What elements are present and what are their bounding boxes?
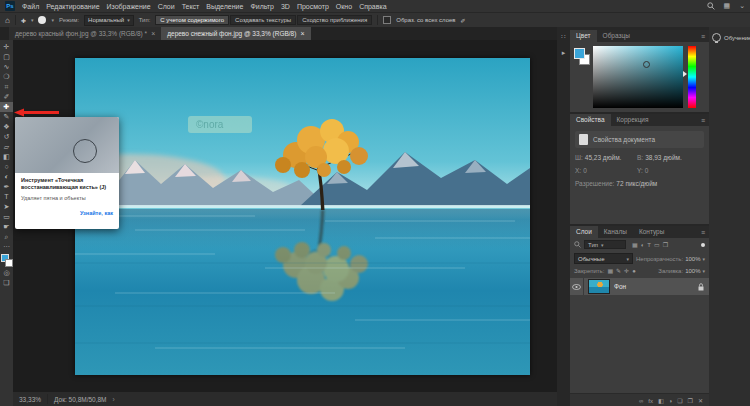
blur-tool[interactable]: ○ [0, 162, 13, 172]
quick-mask-icon[interactable]: ◎ [0, 268, 13, 278]
clone-stamp-tool[interactable]: ❖ [0, 122, 13, 132]
menu-item[interactable]: Просмотр [297, 3, 329, 10]
type-option-button[interactable]: С учетом содержимого [155, 15, 229, 25]
home-icon[interactable]: ⌂ [5, 16, 10, 25]
new-layer-icon[interactable]: ❐ [688, 398, 693, 404]
hue-slider[interactable] [688, 46, 696, 108]
menu-item[interactable]: Текст [182, 3, 200, 10]
type-option-button[interactable]: Создавать текстуры [230, 15, 296, 25]
expand-panels-icon[interactable]: ∷ [561, 33, 565, 41]
layer-thumbnail[interactable] [588, 279, 610, 294]
eraser-tool[interactable]: ▱ [0, 142, 13, 152]
path-selection-tool[interactable]: ➤ [0, 202, 13, 212]
panel-menu-icon[interactable]: ≡ [701, 229, 709, 236]
filter-type-layers-icon[interactable]: T [647, 242, 651, 248]
screen-mode-icon[interactable]: ❏ [0, 278, 13, 288]
layer-mask-icon[interactable]: ◧ [658, 398, 664, 404]
quick-selection-tool[interactable]: ❍ [0, 72, 13, 82]
document-tab-active[interactable]: дерево снежный фон.jpg @ 33,3% (RGB/8) × [161, 27, 310, 40]
opacity-control[interactable]: Непрозрачность: 100% ▾ [636, 256, 705, 262]
lasso-tool[interactable]: ∿ [0, 62, 13, 72]
color-cursor-icon[interactable] [643, 61, 650, 68]
filter-switch-icon[interactable] [701, 243, 705, 247]
gradient-tool[interactable]: ◧ [0, 152, 13, 162]
menu-item[interactable]: Фильтр [250, 3, 274, 10]
crop-tool[interactable]: ⌗ [0, 82, 13, 92]
search-icon[interactable] [707, 2, 715, 10]
saturation-brightness-field[interactable] [593, 46, 683, 108]
menu-item[interactable]: 3D [281, 3, 290, 10]
chevron-down-icon[interactable]: ⌄ [739, 2, 745, 10]
menu-item[interactable]: Файл [22, 3, 39, 10]
close-icon[interactable]: × [300, 30, 304, 37]
marquee-tool[interactable]: ▢ [0, 52, 13, 62]
brush-preset-picker[interactable] [38, 16, 46, 24]
layer-visibility-cell[interactable] [570, 278, 584, 295]
tab-properties[interactable]: Свойства [570, 114, 611, 126]
blend-mode-select[interactable]: Обычные ▾ [574, 253, 633, 264]
tab-paths[interactable]: Контуры [633, 226, 671, 238]
dodge-tool[interactable]: ◐ [0, 172, 13, 182]
zoom-level-field[interactable]: 33,33% [19, 396, 41, 403]
learn-how-link[interactable]: Узнайте, как [21, 210, 113, 216]
filter-adjustment-layers-icon[interactable]: ◐ [641, 242, 645, 248]
rectangle-tool[interactable]: ▭ [0, 212, 13, 222]
lock-image-pixels-icon[interactable]: ✎ [616, 268, 621, 274]
filter-kind-select[interactable]: Тип ▾ [584, 240, 626, 249]
layer-row-background[interactable]: Фон [570, 278, 709, 295]
status-flyout-arrow-icon[interactable]: › [113, 396, 115, 403]
delete-layer-icon[interactable]: ✕ [698, 398, 703, 404]
layer-group-icon[interactable]: ❏ [677, 398, 682, 404]
menu-item[interactable]: Выделение [206, 3, 243, 10]
menu-item[interactable]: Слои [158, 3, 175, 10]
menu-item[interactable]: Справка [359, 3, 386, 10]
collapsed-panel-icon[interactable]: ▸ [562, 49, 566, 57]
learning-panel-button[interactable]: Обучение [709, 27, 750, 48]
type-tool[interactable]: T [0, 192, 13, 202]
document-image[interactable]: ©nora [75, 58, 530, 375]
hue-marker-icon[interactable] [683, 71, 687, 77]
tab-channels[interactable]: Каналы [598, 226, 633, 238]
tool-preset-caret-icon[interactable]: ▾ [31, 17, 34, 23]
lock-position-icon[interactable]: ✛ [624, 268, 629, 274]
edit-toolbar-icon[interactable]: ⋯ [0, 242, 13, 252]
type-option-button[interactable]: Сходство приближения [297, 15, 372, 25]
menu-item[interactable]: Изображение [107, 3, 151, 10]
current-tool-icon[interactable]: ✚ [21, 17, 26, 24]
sample-all-layers-checkbox[interactable] [383, 16, 391, 24]
layer-name[interactable]: Фон [614, 283, 626, 290]
pen-pressure-icon[interactable]: ✐ [461, 17, 466, 24]
filter-smart-objects-icon[interactable]: ❒ [663, 242, 668, 248]
link-layers-icon[interactable]: ∞ [639, 398, 643, 404]
layer-effects-icon[interactable]: fx [648, 398, 653, 404]
brush-caret-icon[interactable]: ▾ [51, 17, 54, 23]
fill-control[interactable]: Заливка: 100% ▾ [658, 268, 705, 274]
lock-all-icon[interactable]: ● [632, 268, 636, 274]
panel-menu-icon[interactable]: ≡ [701, 33, 709, 40]
move-tool[interactable]: ✛ [0, 42, 13, 52]
brush-tool[interactable]: ✎ [0, 112, 13, 122]
mode-select[interactable]: Нормальный ▾ [84, 15, 134, 26]
workspace-icon[interactable]: ▦ [724, 2, 731, 10]
hand-tool[interactable]: ☛ [0, 222, 13, 232]
close-icon[interactable]: × [151, 30, 155, 37]
tab-color[interactable]: Цвет [570, 30, 597, 42]
tab-layers[interactable]: Слои [570, 226, 598, 238]
pen-tool[interactable]: ✒ [0, 182, 13, 192]
tab-swatches[interactable]: Образцы [597, 30, 636, 42]
menu-item[interactable]: Окно [336, 3, 352, 10]
menu-item[interactable]: Редактирование [46, 3, 99, 10]
eyedropper-tool[interactable]: ✐ [0, 92, 13, 102]
tab-adjustments[interactable]: Коррекция [611, 114, 655, 126]
filter-pixel-layers-icon[interactable]: ▦ [632, 242, 638, 248]
adjustment-layer-icon[interactable]: ◑ [669, 398, 673, 404]
spot-healing-brush-tool[interactable]: ✚ [0, 102, 13, 112]
document-properties-row[interactable]: Свойства документа [575, 131, 704, 148]
history-brush-tool[interactable]: ↺ [0, 132, 13, 142]
zoom-tool[interactable]: ⌕ [0, 232, 13, 242]
foreground-color-swatch[interactable] [574, 48, 585, 59]
filter-shape-layers-icon[interactable]: ▭ [654, 242, 660, 248]
panel-menu-icon[interactable]: ≡ [701, 117, 709, 124]
lock-transparent-pixels-icon[interactable]: ▦ [607, 268, 613, 274]
background-color-swatch[interactable] [5, 259, 13, 267]
